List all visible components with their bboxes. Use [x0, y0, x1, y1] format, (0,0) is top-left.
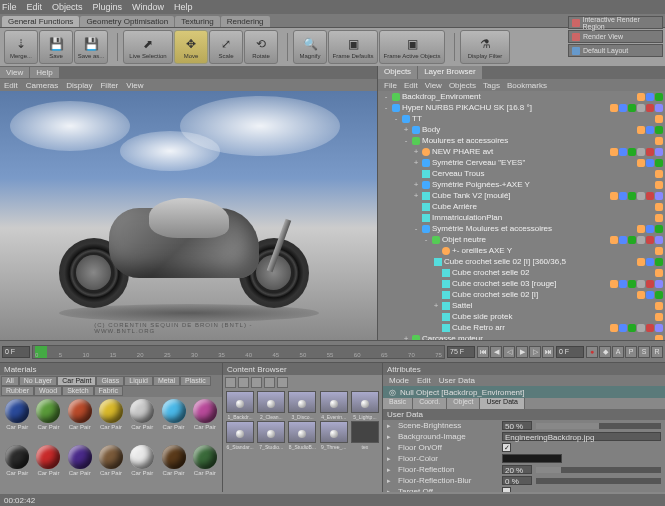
tree-node[interactable]: Cube Retro arr — [378, 322, 566, 333]
obj-menu-tags[interactable]: Tags — [483, 81, 500, 90]
attr-checkbox[interactable] — [502, 487, 511, 492]
tree-node[interactable]: Cube Arrière — [378, 201, 566, 212]
tag-icon[interactable] — [619, 280, 627, 288]
material-swatch[interactable]: Car Pair — [33, 445, 63, 490]
attr-slider[interactable] — [536, 467, 661, 473]
tag-icon[interactable] — [655, 170, 663, 178]
pos-key-button[interactable]: P — [625, 346, 637, 358]
material-tab[interactable]: No Layer — [19, 376, 57, 386]
material-tab[interactable]: Car Paint — [57, 376, 96, 386]
tree-node[interactable]: +Carcasse moteur — [378, 333, 566, 340]
goto-end-button[interactable]: ⏭ — [542, 346, 554, 358]
save-as-button[interactable]: 💾Save as... — [74, 30, 108, 64]
menu-file[interactable]: File — [2, 2, 17, 12]
tag-icon[interactable] — [646, 126, 654, 134]
tag-icon[interactable] — [655, 192, 663, 200]
tag-icon[interactable] — [628, 148, 636, 156]
menu-help[interactable]: Help — [174, 2, 193, 12]
frame-defaults-button[interactable]: ▣Frame Defaults — [328, 30, 378, 64]
vp-menu-display[interactable]: Display — [66, 81, 92, 90]
expand-icon[interactable]: - — [422, 235, 430, 244]
attr-checkbox[interactable]: ✓ — [502, 443, 511, 452]
layer-browser-tab[interactable]: Layer Browser — [418, 66, 482, 79]
tree-node[interactable]: -TT — [378, 113, 566, 124]
tag-icon[interactable] — [655, 280, 663, 288]
tag-icon[interactable] — [655, 203, 663, 211]
attr-value-field[interactable]: 50 % — [502, 421, 532, 430]
tree-node[interactable]: -Symétrie Moulures et accessoires — [378, 223, 566, 234]
tag-icon[interactable] — [628, 324, 636, 332]
scale-button[interactable]: ⤢Scale — [209, 30, 243, 64]
tag-icon[interactable] — [655, 159, 663, 167]
tag-icon[interactable] — [655, 302, 663, 310]
tag-icon[interactable] — [628, 236, 636, 244]
viewport-3d-canvas[interactable]: (C) CORENTIN SEQUIN DE BROIN (BNTL) - WW… — [0, 91, 377, 340]
goto-start-button[interactable]: ⏮ — [477, 346, 489, 358]
expand-icon[interactable]: - — [402, 136, 410, 145]
rot-key-button[interactable]: R — [651, 346, 663, 358]
content-item[interactable]: 5_Lightp... — [350, 391, 380, 420]
tag-icon[interactable] — [610, 148, 618, 156]
disclosure-icon[interactable]: ▸ — [387, 488, 394, 493]
tag-icon[interactable] — [628, 192, 636, 200]
material-swatch[interactable]: Car Pair — [2, 445, 32, 490]
tag-icon[interactable] — [637, 148, 645, 156]
material-tab[interactable]: Wood — [34, 386, 62, 396]
obj-menu-file[interactable]: File — [384, 81, 397, 90]
content-item[interactable]: 1_Backdr... — [225, 391, 255, 420]
tag-icon[interactable] — [637, 192, 645, 200]
objects-tab[interactable]: Objects — [378, 66, 417, 79]
tag-icon[interactable] — [655, 126, 663, 134]
tree-node[interactable]: +Sattel — [378, 300, 566, 311]
menu-edit[interactable]: Edit — [27, 2, 43, 12]
expand-icon[interactable]: - — [392, 114, 400, 123]
attribute-tab[interactable]: Basic — [383, 398, 413, 409]
tag-icon[interactable] — [637, 93, 645, 101]
material-swatch[interactable]: Car Pair — [127, 445, 157, 490]
tag-icon[interactable] — [637, 159, 645, 167]
expand-icon[interactable]: + — [412, 158, 420, 167]
expand-icon[interactable]: + — [412, 147, 420, 156]
viewport-tab-view[interactable]: View — [0, 67, 29, 78]
attr-slider[interactable] — [536, 478, 661, 484]
material-swatch[interactable]: Car Pair — [127, 399, 157, 444]
tree-node[interactable]: +- oreilles AXE Y — [378, 245, 566, 256]
material-swatch[interactable]: Car Pair — [190, 399, 220, 444]
material-swatch[interactable]: Car Pair — [96, 445, 126, 490]
tag-icon[interactable] — [655, 291, 663, 299]
tag-icon[interactable] — [655, 247, 663, 255]
attribute-tab[interactable]: User Data — [480, 398, 525, 409]
expand-icon[interactable]: + — [432, 301, 440, 310]
material-tab[interactable]: Sketch — [62, 386, 93, 396]
expand-icon[interactable]: + — [402, 125, 410, 134]
content-item[interactable]: tex — [350, 421, 380, 450]
tag-icon[interactable] — [646, 192, 654, 200]
material-swatch[interactable]: Car Pair — [158, 399, 188, 444]
cb-home-button[interactable] — [264, 377, 275, 388]
material-swatch[interactable]: Car Pair — [65, 399, 95, 444]
vp-menu-view[interactable]: View — [126, 81, 143, 90]
tag-icon[interactable] — [637, 258, 645, 266]
rotate-button[interactable]: ⟲Rotate — [244, 30, 278, 64]
tag-icon[interactable] — [646, 236, 654, 244]
material-tab[interactable]: Glass — [96, 376, 124, 386]
interactive-render-button[interactable]: Interactive Render Region — [568, 16, 663, 29]
attr-text-field[interactable]: EngineeringBackdrop.jpg — [502, 432, 661, 441]
magnify-button[interactable]: 🔍Magnify — [293, 30, 327, 64]
timeline-end-field[interactable] — [447, 346, 475, 358]
tree-node[interactable]: +Symétrie Cerveau "EYES" — [378, 157, 566, 168]
attribute-tab[interactable]: Coord. — [413, 398, 447, 409]
key-button[interactable]: ◆ — [599, 346, 611, 358]
attr-slider[interactable] — [536, 423, 661, 429]
disclosure-icon[interactable]: ▸ — [387, 422, 394, 430]
tag-icon[interactable] — [646, 104, 654, 112]
tag-icon[interactable] — [655, 225, 663, 233]
material-tab[interactable]: Liquid — [124, 376, 153, 386]
tag-icon[interactable] — [646, 93, 654, 101]
timeline-start-field[interactable] — [2, 346, 30, 358]
attr-color-swatch[interactable] — [502, 454, 562, 463]
tree-node[interactable]: -Hyper NURBS PIKACHU SK [16.8 °] — [378, 102, 566, 113]
material-tab[interactable]: Rubber — [1, 386, 34, 396]
disclosure-icon[interactable]: ▸ — [387, 477, 394, 485]
tag-icon[interactable] — [655, 269, 663, 277]
